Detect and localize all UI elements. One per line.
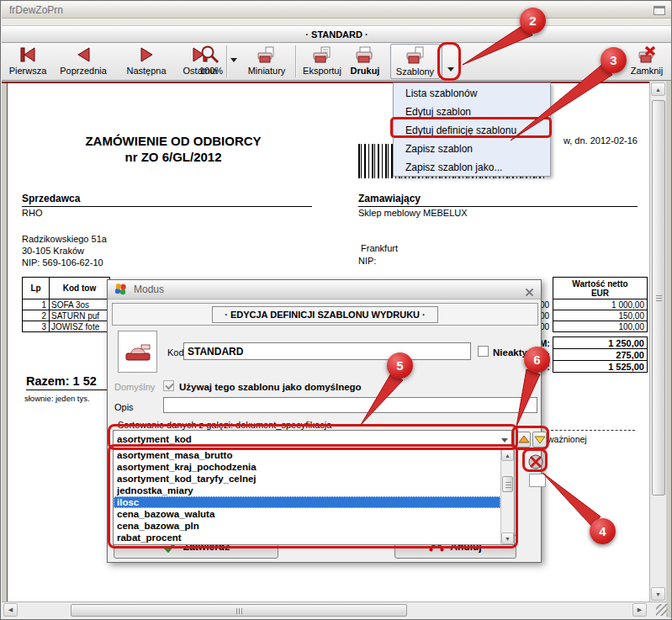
- table-cell: 1: [22, 299, 50, 310]
- table-cell: 3: [22, 321, 50, 332]
- horizontal-scrollbar[interactable]: ◀ ▶: [2, 601, 666, 617]
- table-header-value: Wartość netto EUR: [553, 277, 648, 299]
- buyer-city: Frankfurt: [361, 243, 398, 253]
- templates-button[interactable]: Szablony: [390, 44, 440, 79]
- menu-item-lista-szablonow[interactable]: Lista szablonów: [394, 84, 550, 103]
- thumbnails-button[interactable]: Miniatury: [242, 44, 291, 79]
- export-icon: [311, 44, 333, 66]
- menu-item-zapisz-szablon[interactable]: Zapisz szablon: [394, 140, 550, 158]
- horizontal-scroll-thumb[interactable]: [71, 604, 407, 617]
- dialog-header-panel: · EDYCJA DEFINICJI SZABLONU WYDRUKU ·: [112, 303, 538, 326]
- doc-title-line2: nr ZO 6/GL/2012: [51, 150, 295, 164]
- value-header-line2: EUR: [591, 289, 609, 298]
- toolbar-label: Szablony: [396, 66, 434, 77]
- thumb-grip: [236, 608, 243, 614]
- menu-item-zapisz-szablon-jako[interactable]: Zapisz szablon jako...: [394, 158, 550, 177]
- export-button[interactable]: Eksportuj: [299, 44, 345, 79]
- scroll-up-icon[interactable]: ▲: [651, 82, 665, 96]
- buyer-name: Sklep meblowy MEBELUX: [358, 208, 468, 218]
- previous-page-icon: [72, 44, 94, 66]
- table-cell: 1 000,00: [553, 299, 648, 310]
- maximize-icon[interactable]: [653, 6, 665, 15]
- scroll-down-icon[interactable]: ▼: [651, 587, 665, 601]
- template-name-label: · STANDARD ·: [305, 29, 368, 40]
- doc-date-fragment: w, dn. 2012-02-16: [548, 135, 638, 146]
- zoom-button[interactable]: 100%: [187, 44, 235, 79]
- modus-logo-icon: [114, 283, 127, 296]
- doc-in-words-fragment: słownie: jeden tys.: [24, 394, 108, 403]
- close-preview-button[interactable]: Zamknij: [625, 44, 669, 79]
- scroll-left-icon[interactable]: ◀: [3, 603, 18, 617]
- domyslny-checkbox[interactable]: [163, 380, 174, 391]
- toolbar: Pierwsza Poprzednia Następna Ostatnia: [2, 43, 672, 81]
- table-cell: 2: [22, 310, 50, 321]
- highlight-outline-list: [108, 444, 518, 548]
- first-page-icon: [17, 44, 39, 66]
- doc-title-line1: ZAMÓWIENIE OD ODBIORCY: [51, 134, 295, 148]
- thumb-grip: [656, 295, 662, 302]
- summary-value: 1 250,00: [553, 336, 648, 349]
- signature-line: [547, 430, 635, 431]
- highlight-outline-menu-item: [390, 117, 552, 138]
- signature-fragment: ważnionej: [548, 434, 587, 444]
- close-printer-icon: [635, 44, 659, 66]
- callout-5: 5: [387, 352, 413, 379]
- next-page-icon: [135, 44, 157, 66]
- seller-name: RHO: [22, 208, 42, 218]
- table-cell: SOFA 3os: [49, 299, 110, 310]
- doc-total-fragment: Razem: 1 52: [26, 374, 110, 390]
- window-title: frDewZoPrn: [9, 4, 63, 16]
- zoom-chevron-down-icon[interactable]: [230, 58, 237, 62]
- toolbar-label: Następna: [126, 66, 166, 76]
- seller-city: 30-105 Kraków: [22, 246, 84, 256]
- toolbar-label: Eksportuj: [303, 66, 341, 76]
- seller-street: Radzikowskiego 51a: [22, 234, 107, 244]
- callout-2: 2: [520, 8, 546, 34]
- table-cell: 100,00: [553, 321, 648, 332]
- dock-strip: [2, 19, 672, 25]
- callout-4: 4: [590, 518, 616, 544]
- callout-3: 3: [601, 47, 627, 73]
- first-page-button[interactable]: Pierwsza: [5, 44, 50, 79]
- print-icon: [354, 44, 376, 66]
- app-window: frDewZoPrn · STANDARD · Pierwsza Poprzed…: [0, 0, 672, 620]
- vertical-scroll-thumb[interactable]: [652, 100, 665, 495]
- title-bar[interactable]: frDewZoPrn: [2, 2, 672, 19]
- next-page-button[interactable]: Następna: [116, 44, 177, 79]
- toolbar-label: 100%: [199, 66, 223, 76]
- table-cell: 150,00: [553, 310, 648, 321]
- kod-label: Kod: [167, 347, 184, 358]
- table-header-kod: Kod tow: [49, 277, 110, 299]
- dialog-title: Modus: [134, 284, 164, 295]
- vertical-scrollbar[interactable]: ▲ ▼: [649, 82, 666, 601]
- table-cell: SATURN puf: [49, 310, 110, 321]
- value-header-line1: Wartość netto: [572, 279, 627, 289]
- dialog-header-text: · EDYCJA DEFINICJI SZABLONU WYDRUKU ·: [212, 306, 438, 323]
- summary-value: 1 525,00: [553, 360, 648, 373]
- scroll-right-icon[interactable]: ▶: [632, 603, 647, 617]
- dialog-title-bar[interactable]: Modus: [108, 280, 541, 299]
- resize-grip[interactable]: [656, 604, 668, 616]
- close-icon[interactable]: [525, 285, 534, 300]
- opis-input[interactable]: [163, 397, 537, 413]
- toolbar-label: Drukuj: [351, 66, 380, 76]
- toolbar-separator: [295, 45, 297, 77]
- table-header-lp: Lp: [22, 277, 50, 299]
- highlight-outline-arrows: [511, 426, 549, 450]
- zoom-icon: [198, 44, 224, 66]
- templates-icon: [405, 45, 426, 66]
- kod-input[interactable]: STANDARD: [183, 342, 471, 360]
- toolbar-label: Miniatury: [248, 66, 286, 76]
- stamp-icon: [123, 340, 153, 363]
- previous-page-button[interactable]: Poprzednia: [50, 44, 116, 79]
- small-input-box[interactable]: [529, 474, 546, 487]
- template-icon-box: [118, 331, 157, 373]
- print-button[interactable]: Drukuj: [345, 44, 385, 79]
- template-name-bar: · STANDARD ·: [2, 25, 672, 43]
- seller-nip: NIP: 569-106-62-10: [22, 257, 103, 268]
- nieaktywny-checkbox[interactable]: [478, 346, 489, 357]
- domyslny-text: Używaj tego szablonu jako domyślnego: [179, 382, 362, 392]
- toolbar-label: Pierwsza: [9, 66, 47, 76]
- thumbnails-icon: [256, 44, 278, 66]
- buyer-heading: Zamawiający: [358, 193, 638, 207]
